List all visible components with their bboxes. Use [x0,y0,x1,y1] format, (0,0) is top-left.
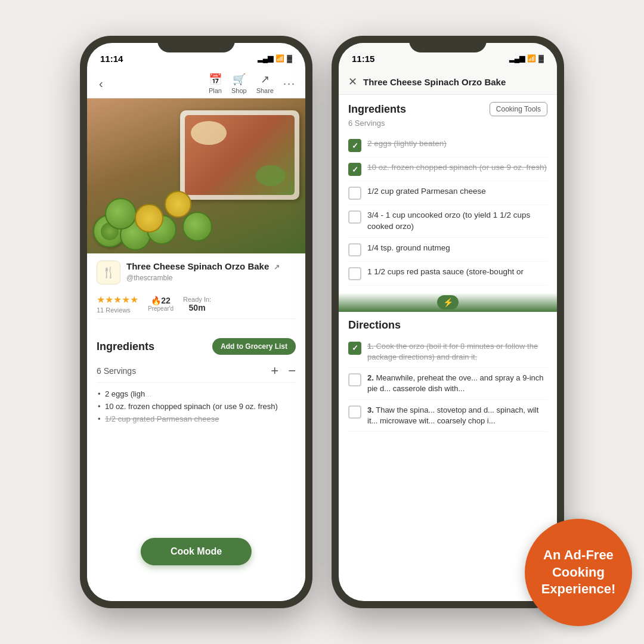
recipe-detail-title: Three Cheese Spinach Orzo Bake [363,77,506,87]
ingredient-row-1: 2 eggs (lightly beaten) [348,134,547,157]
back-button[interactable]: ‹ [97,75,106,93]
zucchini-4 [105,198,137,230]
ingredient-row-4: 3/4 - 1 cup uncooked orzo (to yield 1 1/… [348,205,547,238]
phone-right: 11:15 ▂▄▆ 📶 ▓ ✕ Three Cheese Spinach Orz… [332,36,564,608]
battery-icon-left: ▓ [287,54,292,63]
servings-left: 6 Servings [97,366,136,376]
checkbox-6[interactable] [348,267,361,280]
direction-text-1: 1. Cook the orzo (boil it for 8 minutes … [367,341,547,363]
status-icons-left: ▂▄▆ 📶 ▓ [258,54,292,63]
ingredient-row-3: 1/2 cup grated Parmesan cheese [348,181,547,205]
recipe-detail-header: ✕ Three Cheese Spinach Orzo Bake [339,69,557,95]
ingredient-text-3: 1/2 cup grated Parmesan cheese [367,186,547,197]
list-item: 2 eggs (ligh... [97,388,296,400]
recipe-title: Three Cheese Spinach Orzo Bake ↗ [126,261,296,273]
ingredients-header-right: Ingredients Cooking Tools [348,102,547,116]
increment-button[interactable]: + [271,364,278,377]
reviews: 11 Reviews [97,306,138,314]
direction-checkbox-3[interactable] [348,405,361,419]
cooking-tools-button[interactable]: Cooking Tools [490,102,547,116]
fork-icon: 🍴 [102,266,115,279]
hero-image [87,98,305,253]
ingredient-text-4: 3/4 - 1 cup uncooked orzo (to yield 1 1/… [367,210,547,233]
ingredients-header-left: Ingredients Add to Grocery List [97,338,296,355]
ready-val: 50m [189,303,206,312]
direction-checkbox-1[interactable] [348,342,361,355]
prepard-val: 22 [161,296,171,305]
direction-row-1: 1. Cook the orzo (boil it for 8 minutes … [348,336,547,368]
notch-right [409,36,487,52]
stars-row: ★★★★★ 11 Reviews 🔥 22 Prepear'd Ready In… [97,289,296,319]
ingredients-title-left: Ingredients [97,340,154,353]
recipe-source: @thescramble [126,274,296,282]
signal-icon-left: ▂▄▆ [258,54,274,63]
decrement-button[interactable]: − [288,364,296,377]
close-button[interactable]: ✕ [348,75,357,88]
battery-icon-right: ▓ [538,54,544,63]
plan-button[interactable]: 📅 Plan [209,73,222,94]
zucchini-6 [182,212,212,242]
wifi-icon-left: 📶 [275,54,284,63]
more-button[interactable]: ··· [283,78,296,90]
yellow-squash-1 [135,204,163,233]
ingredient-text-1: 2 eggs (lightly beaten) [367,138,547,150]
nav-actions: 📅 Plan 🛒 Shop ↗ Share ··· [209,73,296,94]
checkbox-3[interactable] [348,187,361,200]
prepard-label: Prepear'd [148,305,174,312]
servings-right: 6 Servings [348,119,547,128]
scene: 11:14 ▂▄▆ 📶 ▓ ‹ 📅 Plan 🛒 Shop [0,0,644,644]
phone-left: 11:14 ▂▄▆ 📶 ▓ ‹ 📅 Plan 🛒 Shop [80,36,312,608]
status-icons-right: ▂▄▆ 📶 ▓ [509,54,544,63]
recipe-title-block: Three Cheese Spinach Orzo Bake ↗ @thescr… [126,261,296,282]
scroll-icon: ⚡ [437,295,459,309]
ingredients-title-right: Ingredients [348,103,406,116]
list-item: 1/2 cup grated Parmesan cheese [97,413,296,425]
add-grocery-button[interactable]: Add to Grocery List [212,338,296,355]
ad-badge: An Ad-FreeCookingExperience! [525,519,632,626]
ready-label: Ready In: [183,296,211,303]
direction-text-3: 3. Thaw the spina... stovetop and d... s… [367,405,547,426]
ingredient-row-2: 10 oz. frozen chopped spinach (or use 9 … [348,157,547,181]
rating-block: ★★★★★ 11 Reviews [97,294,138,314]
prepard-stat: 🔥 22 Prepear'd [148,296,174,312]
recipe-logo: 🍴 [97,261,120,284]
signal-icon-right: ▂▄▆ [509,54,525,63]
direction-checkbox-2[interactable] [348,373,361,386]
ingredient-list-left: 2 eggs (ligh... 10 oz. frozen chopped sp… [97,388,296,425]
recipe-info: 🍴 Three Cheese Spinach Orzo Bake ↗ @thes… [87,253,305,331]
flame-icon: 🔥 [151,296,161,305]
shop-button[interactable]: 🛒 Shop [231,73,247,94]
shop-icon: 🛒 [233,73,246,86]
ingredient-text-6: 1 1/2 cups red pasta sauce (store-bought… [367,267,547,278]
servings-row-left: 6 Servings + − [97,361,296,383]
ready-stat: Ready In: 50m [183,296,211,312]
direction-row-3: 3. Thaw the spina... stovetop and d... s… [348,400,547,432]
plan-icon: 📅 [209,73,222,86]
ad-badge-text: An Ad-FreeCookingExperience! [532,537,626,608]
checkbox-4[interactable] [348,210,361,224]
checkbox-1[interactable] [348,139,361,152]
cook-mode-button[interactable]: Cook Mode [141,538,252,565]
direction-row-2: 2. Meanwhile, preheat the ove... and spr… [348,368,547,400]
checkbox-5[interactable] [348,243,361,256]
wifi-icon-right: 📶 [527,54,536,63]
share-icon: ↗ [261,73,270,86]
time-right: 11:15 [352,54,374,64]
servings-controls: + − [271,364,296,377]
scroll-indicator: ⚡ [339,293,557,312]
yellow-squash-2 [165,191,191,218]
ingredients-section-right: Ingredients Cooking Tools 6 Servings 2 e… [339,95,557,293]
share-button[interactable]: ↗ Share [256,73,274,94]
notch-left [157,36,235,52]
ingredient-text-5: 1/4 tsp. ground nutmeg [367,243,547,254]
ingredient-text-2: 10 oz. frozen chopped spinach (or use 9 … [367,162,547,174]
ingredient-row-6: 1 1/2 cups red pasta sauce (store-bought… [348,262,547,286]
list-item: 10 oz. frozen chopped spinach (or use 9 … [97,400,296,413]
zucchini-area [87,146,254,253]
nav-bar-left: ‹ 📅 Plan 🛒 Shop ↗ Share ··· [87,69,305,98]
external-link-icon[interactable]: ↗ [274,263,280,271]
filter-icon: ⚡ [443,298,453,307]
directions-title: Directions [348,319,547,332]
checkbox-2[interactable] [348,163,361,176]
directions-section: Directions 1. Cook the orzo (boil it for… [339,312,557,601]
